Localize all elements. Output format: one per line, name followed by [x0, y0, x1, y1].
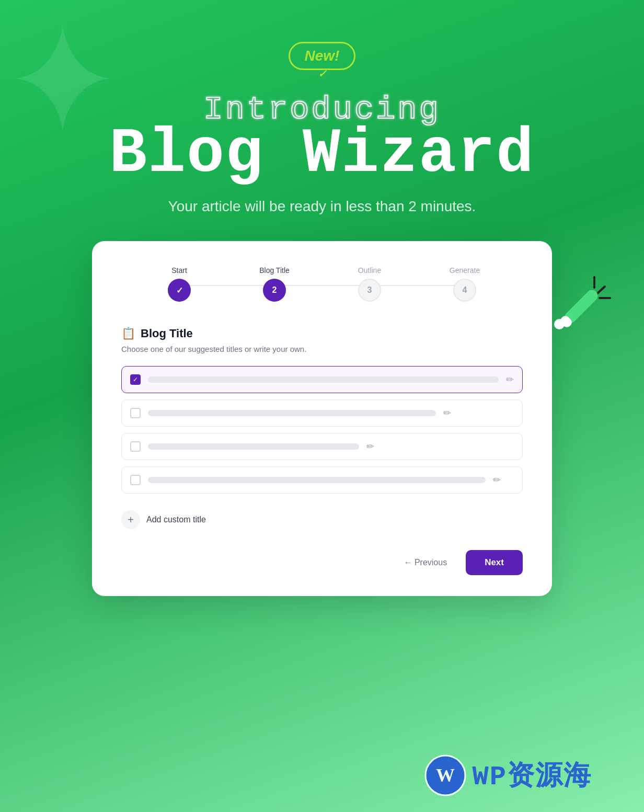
title-option-1[interactable]: ✏ — [121, 366, 523, 393]
svg-line-1 — [597, 287, 605, 294]
subtitle-text: Your article will be ready in less than … — [109, 198, 535, 215]
step-blog-title: Blog Title 2 — [227, 266, 322, 302]
title-section: Introducing Blog Wizard Your article wil… — [78, 91, 566, 215]
new-badge-wrapper: New! — [289, 42, 356, 70]
add-icon: + — [121, 510, 140, 529]
title-option-2[interactable]: ✏ — [121, 399, 523, 427]
step-outline: Outline 3 — [322, 266, 417, 302]
main-card: Start ✓ Blog Title 2 Outline 3 Generate … — [92, 241, 552, 596]
step-blog-title-label: Blog Title — [259, 266, 290, 275]
title-option-3[interactable]: ✏ — [121, 433, 523, 460]
new-badge: New! — [289, 42, 356, 70]
section-icon: 📋 — [121, 327, 135, 340]
option-edit-1[interactable]: ✏ — [506, 374, 514, 385]
option-bar-4 — [148, 477, 486, 483]
option-radio-1[interactable] — [130, 374, 141, 385]
option-radio-2[interactable] — [130, 408, 141, 418]
section-title: Blog Title — [141, 327, 193, 340]
step-start-circle[interactable]: ✓ — [168, 279, 191, 302]
option-radio-4[interactable] — [130, 475, 141, 485]
wp-watermark: W WP资源海 — [424, 754, 592, 796]
section-subtitle: Choose one of our suggested titles or wr… — [121, 345, 523, 353]
add-custom-title[interactable]: + Add custom title — [121, 510, 523, 529]
option-edit-3[interactable]: ✏ — [366, 441, 374, 452]
previous-button[interactable]: ← Previous — [393, 552, 457, 574]
navigation-row: ← Previous Next — [121, 546, 523, 575]
step-start: Start ✓ — [132, 266, 227, 302]
section-header: 📋 Blog Title — [121, 327, 523, 340]
step-generate-circle[interactable]: 4 — [453, 279, 476, 302]
option-bar-2 — [148, 410, 436, 416]
step-blog-title-circle[interactable]: 2 — [263, 279, 286, 302]
wp-text: WP资源海 — [473, 757, 592, 794]
step-generate: Generate 4 — [417, 266, 512, 302]
step-generate-label: Generate — [450, 266, 480, 275]
svg-text:W: W — [436, 765, 455, 786]
option-edit-4[interactable]: ✏ — [493, 474, 501, 486]
magic-wand-icon — [545, 272, 613, 340]
option-edit-2[interactable]: ✏ — [443, 407, 451, 419]
add-custom-label: Add custom title — [146, 515, 206, 524]
title-options-list: ✏ ✏ ✏ ✏ — [121, 366, 523, 494]
stepper: Start ✓ Blog Title 2 Outline 3 Generate … — [121, 266, 523, 302]
blog-wizard-title: Blog Wizard — [109, 123, 535, 186]
option-radio-3[interactable] — [130, 441, 141, 452]
step-start-label: Start — [171, 266, 187, 275]
title-option-4[interactable]: ✏ — [121, 466, 523, 494]
wp-logo-icon: W — [424, 754, 466, 796]
option-bar-3 — [148, 443, 359, 450]
step-outline-circle[interactable]: 3 — [358, 279, 381, 302]
step-outline-label: Outline — [358, 266, 381, 275]
introducing-text: Introducing — [109, 91, 535, 128]
next-button[interactable]: Next — [466, 550, 523, 575]
option-bar-1 — [148, 376, 499, 383]
